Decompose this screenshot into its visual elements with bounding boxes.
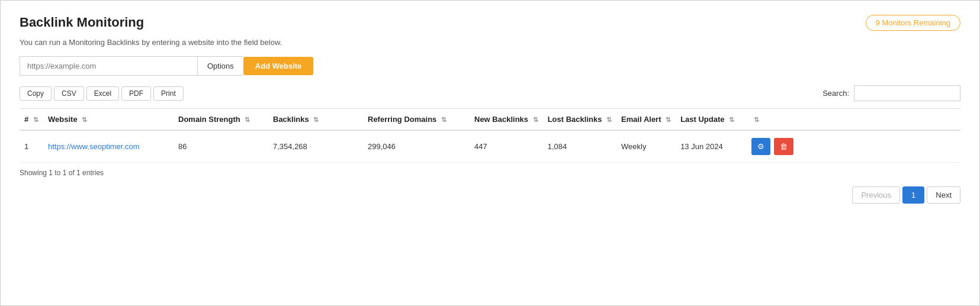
search-label: Search: (822, 89, 849, 98)
cell-last-update: 13 Jun 2024 (676, 130, 747, 163)
cell-email-alert: Weekly (616, 130, 676, 163)
copy-button[interactable]: Copy (20, 86, 52, 101)
table-row: 1 https://www.seoptimer.com 86 7,354,268… (20, 130, 960, 163)
subtitle-text: You can run a Monitoring Backlinks by en… (20, 38, 960, 47)
col-header-new-backlinks[interactable]: New Backlinks ⇅ (470, 109, 543, 131)
sort-icon-backlinks: ⇅ (313, 116, 319, 124)
monitors-remaining-badge: 9 Monitors Remaining (866, 15, 960, 31)
col-header-actions: ⇅ (747, 109, 960, 131)
cell-domain-strength: 86 (173, 130, 268, 163)
sort-icon-website: ⇅ (82, 116, 87, 124)
col-header-email-alert[interactable]: Email Alert ⇅ (616, 109, 676, 131)
showing-entries-text: Showing 1 to 1 of 1 entries (20, 169, 960, 177)
col-header-lost-backlinks[interactable]: Lost Backlinks ⇅ (543, 109, 616, 131)
page-title: Backlink Monitoring (20, 15, 144, 30)
col-header-num[interactable]: # ⇅ (20, 109, 43, 131)
col-header-backlinks[interactable]: Backlinks ⇅ (268, 109, 363, 131)
excel-button[interactable]: Excel (86, 86, 119, 101)
search-input[interactable] (854, 85, 960, 101)
sort-icon-lost: ⇅ (606, 116, 612, 124)
col-header-domain-strength[interactable]: Domain Strength ⇅ (173, 109, 268, 131)
col-header-referring-domains[interactable]: Referring Domains ⇅ (363, 109, 470, 131)
print-button[interactable]: Print (153, 86, 184, 101)
backlink-table: # ⇅ Website ⇅ Domain Strength ⇅ Backlink… (20, 108, 960, 163)
website-link[interactable]: https://www.seoptimer.com (48, 142, 140, 151)
col-header-last-update[interactable]: Last Update ⇅ (676, 109, 747, 131)
cell-backlinks: 7,354,268 (268, 130, 363, 163)
page-1-button[interactable]: 1 (902, 186, 924, 204)
cell-website[interactable]: https://www.seoptimer.com (43, 130, 173, 163)
cell-new-backlinks: 447 (470, 130, 543, 163)
sort-icon-num: ⇅ (33, 116, 38, 124)
cell-num: 1 (20, 130, 43, 163)
cell-lost-backlinks: 1,084 (543, 130, 616, 163)
settings-button[interactable]: ⚙ (751, 138, 770, 155)
url-input[interactable] (20, 56, 197, 76)
sort-icon-referring: ⇅ (441, 116, 446, 124)
cell-actions: ⚙ 🗑 (747, 130, 960, 163)
add-website-button[interactable]: Add Website (243, 57, 314, 75)
sort-icon-actions: ⇅ (754, 116, 759, 124)
sort-icon-email: ⇅ (666, 116, 671, 124)
col-header-website[interactable]: Website ⇅ (43, 109, 173, 131)
sort-icon-update: ⇅ (729, 116, 734, 124)
options-button[interactable]: Options (197, 56, 243, 76)
sort-icon-new: ⇅ (533, 116, 538, 124)
sort-icon-domain: ⇅ (245, 116, 250, 124)
cell-referring-domains: 299,046 (363, 130, 470, 163)
delete-button[interactable]: 🗑 (774, 138, 793, 155)
csv-button[interactable]: CSV (54, 86, 84, 101)
next-button[interactable]: Next (927, 186, 960, 204)
previous-button[interactable]: Previous (852, 186, 900, 204)
pdf-button[interactable]: PDF (121, 86, 151, 101)
